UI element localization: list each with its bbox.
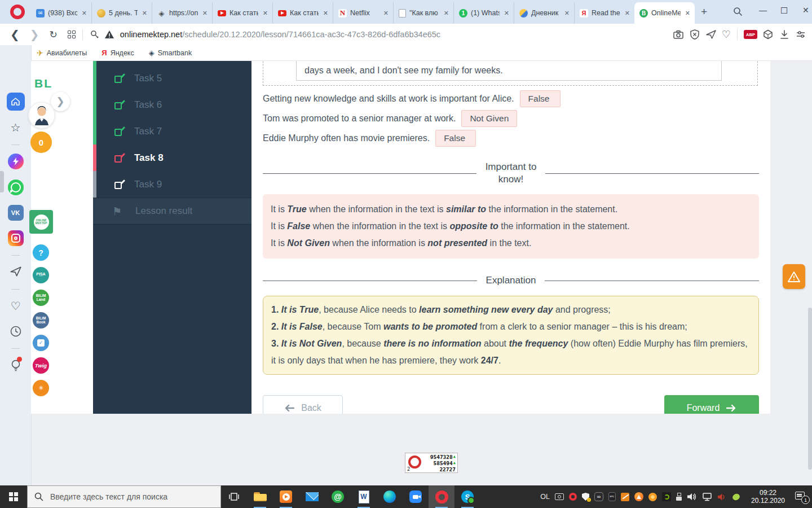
- browser-tab-youtube-1[interactable]: Как стать✕: [212, 2, 272, 24]
- task-view-button[interactable]: [221, 485, 247, 508]
- bilim-land-button[interactable]: BiLiMLand: [33, 290, 49, 306]
- tab-close-icon[interactable]: ✕: [322, 8, 329, 18]
- tab-close-icon[interactable]: ✕: [141, 8, 148, 18]
- browser-tab-onlinemektep-active[interactable]: BOnlineMe✕: [634, 2, 695, 24]
- onlinemektep-button[interactable]: ONLINEMEKTEP: [29, 210, 53, 234]
- browser-tab-document[interactable]: "Как влю✕: [393, 2, 453, 24]
- imektep-button[interactable]: ✳: [33, 380, 49, 396]
- action-center-button[interactable]: 1: [795, 491, 809, 503]
- settings-sliders-icon[interactable]: [795, 29, 806, 40]
- browser-tab-netflix[interactable]: NNetflix✕: [333, 2, 393, 24]
- sidebar-bookmarks-button[interactable]: ☆: [0, 121, 31, 134]
- tray-green-indicator-icon[interactable]: [731, 493, 741, 501]
- tray-opera-icon[interactable]: [569, 493, 577, 501]
- browser-tab-whatsapp[interactable]: 1(1) Whats✕: [453, 2, 514, 24]
- sidebar-history-button[interactable]: [0, 325, 31, 338]
- visit-counter-widget[interactable]: 2 9547328▲ 585494▲ 22727: [405, 453, 458, 473]
- help-button[interactable]: ?: [33, 244, 49, 261]
- site-key-icon[interactable]: [90, 29, 100, 40]
- taskbar-app-skype[interactable]: S: [454, 485, 480, 508]
- bookmark-aviabilety[interactable]: ✈Авиабилеты: [37, 49, 87, 58]
- forward-button[interactable]: Forward: [664, 395, 759, 414]
- sidebar-instagram-button[interactable]: [0, 230, 31, 246]
- taskbar-search-input[interactable]: Введите здесь текст для поиска: [27, 485, 221, 508]
- warning-icon[interactable]: [104, 30, 114, 39]
- sidebar-handle[interactable]: [0, 171, 4, 192]
- sidebar-whatsapp-button[interactable]: [0, 179, 31, 195]
- answer-box[interactable]: False: [435, 130, 476, 147]
- tray-epic-games-icon[interactable]: EPIC: [608, 492, 616, 501]
- browser-tab-course[interactable]: 5 день. ТС✕: [91, 2, 152, 24]
- taskbar-app-mediaplayer[interactable]: [273, 485, 299, 508]
- sidebar-item-task-7[interactable]: Task 7: [96, 118, 251, 144]
- answer-box[interactable]: Not Given: [461, 110, 517, 127]
- taskbar-app-opera-active[interactable]: [429, 485, 454, 508]
- bookmark-heart-icon[interactable]: ♡: [722, 28, 731, 41]
- tray-audio-manager-icon[interactable]: [717, 493, 726, 501]
- tab-close-icon[interactable]: ✕: [503, 8, 510, 18]
- url-text[interactable]: onlinemektep.net/schedule/20.12.2020/les…: [120, 30, 440, 39]
- window-close-button[interactable]: ✕: [802, 6, 809, 15]
- window-maximize-button[interactable]: ☐: [780, 6, 788, 16]
- bilim-book-button[interactable]: BiLiMBook: [33, 312, 49, 329]
- sidebar-my-flow-button[interactable]: [0, 265, 31, 278]
- sidebar-messenger-button[interactable]: [0, 154, 31, 169]
- tab-close-icon[interactable]: ✕: [443, 8, 450, 18]
- sidebar-item-task-5[interactable]: Task 5: [96, 65, 251, 91]
- sidebar-item-task-6[interactable]: Task 6: [96, 91, 251, 118]
- tray-ol-indicator[interactable]: OL: [540, 493, 550, 501]
- tray-nvidia-icon[interactable]: [662, 492, 671, 501]
- report-problem-button[interactable]: [783, 264, 805, 289]
- forward-icon[interactable]: ❯: [30, 29, 39, 40]
- sidebar-item-task-9[interactable]: Task 9: [96, 171, 251, 198]
- download-icon[interactable]: [779, 29, 790, 40]
- user-avatar[interactable]: [28, 102, 55, 129]
- tab-search-icon[interactable]: [733, 7, 743, 16]
- tab-close-icon[interactable]: ✕: [382, 8, 390, 18]
- twig-button[interactable]: Twig: [33, 357, 49, 374]
- itest-button[interactable]: ✓: [33, 335, 49, 351]
- browser-tab-diary[interactable]: Дневник✕: [514, 2, 574, 24]
- sidebar-home-button[interactable]: [0, 93, 31, 111]
- tab-close-icon[interactable]: ✕: [684, 8, 691, 18]
- bookmark-yandex[interactable]: ЯЯндекс: [102, 49, 134, 57]
- tray-defender-shield-icon[interactable]: !: [582, 493, 589, 501]
- adblock-plus-badge[interactable]: ABP: [744, 30, 757, 39]
- pisa-button[interactable]: PISA·····: [33, 267, 49, 283]
- reload-icon[interactable]: ↻: [50, 30, 58, 40]
- tab-close-icon[interactable]: ✕: [563, 8, 571, 18]
- taskbar-app-word[interactable]: W: [351, 485, 377, 508]
- browser-tab-yandex[interactable]: ЯRead the✕: [574, 2, 634, 24]
- answer-box[interactable]: False: [520, 90, 561, 107]
- taskbar-app-edge[interactable]: [377, 485, 403, 508]
- sidebar-suggestions-button[interactable]: [0, 358, 31, 373]
- browser-tab-mail[interactable]: ✉(938) Вход✕: [31, 2, 91, 24]
- window-minimize-button[interactable]: —: [759, 6, 767, 15]
- tray-screen-capture-icon[interactable]: [555, 493, 564, 500]
- new-tab-button[interactable]: +: [701, 6, 707, 18]
- sidebar-item-task-8[interactable]: Task 8: [96, 144, 251, 171]
- tray-usb-icon[interactable]: [676, 493, 682, 501]
- opera-logo-icon[interactable]: [10, 5, 25, 19]
- tray-network-icon[interactable]: [702, 493, 712, 501]
- browser-tab-link[interactable]: ◈https://on✕: [152, 2, 212, 24]
- sidebar-item-lesson-result[interactable]: ⚑Lesson result: [93, 198, 251, 225]
- sidebar-vk-button[interactable]: VK: [0, 205, 31, 221]
- taskbar-clock[interactable]: 09:2220.12.2020: [746, 489, 790, 505]
- my-flow-send-icon[interactable]: [705, 29, 717, 40]
- extension-cube-icon[interactable]: [762, 29, 774, 40]
- page-scrollbar[interactable]: [808, 308, 812, 470]
- tray-creative-cloud-icon[interactable]: ∞: [594, 492, 603, 501]
- tab-close-icon[interactable]: ✕: [201, 8, 209, 18]
- tab-close-icon[interactable]: ✕: [262, 8, 269, 18]
- speed-dial-icon[interactable]: [68, 30, 76, 38]
- tray-avast-icon[interactable]: [634, 492, 643, 501]
- taskbar-app-mail[interactable]: [299, 485, 325, 508]
- shield-block-icon[interactable]: [689, 29, 700, 40]
- browser-tab-youtube-2[interactable]: Как стать✕: [272, 2, 333, 24]
- taskbar-app-mailru-agent[interactable]: @: [325, 485, 351, 508]
- back-icon[interactable]: ❮: [10, 29, 20, 40]
- tab-close-icon[interactable]: ✕: [624, 8, 631, 18]
- taskbar-app-explorer[interactable]: [247, 485, 273, 508]
- sidebar-favorites-button[interactable]: ♡: [0, 299, 31, 313]
